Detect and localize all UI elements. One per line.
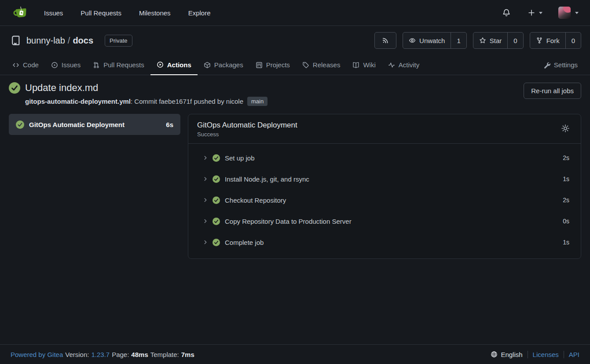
template-label: Template: <box>150 351 179 358</box>
repo-breadcrumb: bunny-lab/docs <box>26 36 93 46</box>
rss-button[interactable] <box>374 32 396 49</box>
tab-settings[interactable]: Settings <box>537 55 584 75</box>
page-label: Page: <box>112 351 129 358</box>
tab-settings-label: Settings <box>554 61 578 69</box>
version-label: Version: <box>65 351 89 358</box>
run-subtitle: gitops-automatic-deployment.yml: Commit … <box>25 97 581 106</box>
nav-item-milestones[interactable]: Milestones <box>139 9 171 17</box>
user-menu-dropdown[interactable] <box>558 7 579 19</box>
main-nav: Issues Pull Requests Milestones Explore <box>44 9 210 17</box>
tab-actions-label: Actions <box>167 61 191 69</box>
api-link[interactable]: API <box>569 351 579 358</box>
navbar-right <box>500 7 579 19</box>
fork-button[interactable]: Fork <box>530 33 565 48</box>
step-success-check-icon <box>213 239 220 246</box>
repo-tabs: Code Issues Pull Requests Actions Packag… <box>0 55 590 75</box>
watch-group: Unwatch 1 <box>403 32 467 49</box>
rss-icon <box>375 33 396 48</box>
repo-owner-link[interactable]: bunny-lab <box>26 36 65 45</box>
tab-issues-label: Issues <box>62 61 81 69</box>
book-icon <box>352 62 359 69</box>
job-sidebar: GitOps Automatic Deployment 6s <box>9 114 180 135</box>
top-navbar: Issues Pull Requests Milestones Explore <box>0 0 590 26</box>
watchers-count[interactable]: 1 <box>451 33 466 48</box>
chevron-right-icon[interactable] <box>202 239 209 245</box>
tab-projects-label: Projects <box>266 61 290 69</box>
step-row-checkout[interactable]: Checkout Repository 2s <box>188 189 581 211</box>
tab-projects[interactable]: Projects <box>249 55 296 75</box>
job-panel-title: GitOps Automatic Deployment <box>197 121 572 130</box>
step-row-install[interactable]: Install Node.js, git, and rsync 1s <box>188 168 581 189</box>
project-icon <box>256 62 263 69</box>
rerun-all-jobs-button[interactable]: Re-run all jobs <box>524 83 581 99</box>
step-duration: 1s <box>563 175 569 182</box>
nav-item-explore[interactable]: Explore <box>188 9 211 17</box>
star-group: Star 0 <box>473 32 524 49</box>
step-row-complete[interactable]: Complete job 1s <box>188 232 581 253</box>
run-title: Update index.md <box>25 82 98 94</box>
step-duration: 0s <box>563 218 569 225</box>
eye-icon <box>409 37 416 44</box>
create-new-dropdown[interactable] <box>528 9 542 17</box>
fork-icon <box>536 37 543 44</box>
step-row-copy[interactable]: Copy Repository Data to Production Serve… <box>188 211 581 232</box>
gear-icon[interactable] <box>561 124 570 133</box>
unwatch-button[interactable]: Unwatch <box>403 33 451 48</box>
repo-header: bunny-lab/docs Private Unwatch 1 <box>0 26 590 55</box>
code-icon <box>12 62 19 69</box>
language-menu[interactable]: English <box>491 351 522 358</box>
tab-activity-label: Activity <box>399 61 420 69</box>
fork-label: Fork <box>546 37 560 44</box>
powered-by-gitea-link[interactable]: Powered by Gitea <box>11 351 63 358</box>
tab-pull-requests-label: Pull Requests <box>103 61 144 69</box>
star-button[interactable]: Star <box>473 33 508 48</box>
nav-item-issues[interactable]: Issues <box>44 9 63 17</box>
step-name: Set up job <box>225 154 255 162</box>
chevron-right-icon[interactable] <box>202 197 209 203</box>
globe-icon <box>491 351 498 358</box>
tab-activity[interactable]: Activity <box>382 55 426 75</box>
star-label: Star <box>490 37 502 44</box>
fork-group: Fork 0 <box>530 32 581 49</box>
licenses-link[interactable]: Licenses <box>533 351 559 358</box>
private-badge: Private <box>105 35 132 47</box>
pulse-icon <box>388 62 395 69</box>
step-name: Install Node.js, git, and rsync <box>225 175 309 183</box>
notifications-bell-icon[interactable] <box>500 7 513 19</box>
tab-packages-label: Packages <box>214 61 243 69</box>
chevron-right-icon[interactable] <box>202 218 209 224</box>
chevron-down-icon <box>539 12 542 14</box>
tab-code[interactable]: Code <box>6 55 45 75</box>
tab-issues[interactable]: Issues <box>45 55 87 75</box>
repo-name-link[interactable]: docs <box>73 36 93 45</box>
step-row-setup[interactable]: Set up job 2s <box>188 147 581 168</box>
tools-icon <box>543 62 550 69</box>
avatar <box>558 7 571 19</box>
step-success-check-icon <box>213 197 220 204</box>
version-link[interactable]: 1.23.7 <box>91 351 110 358</box>
tab-wiki[interactable]: Wiki <box>346 55 381 75</box>
job-name: GitOps Automatic Deployment <box>29 121 125 128</box>
tab-packages[interactable]: Packages <box>198 55 249 75</box>
chevron-right-icon[interactable] <box>202 176 209 182</box>
branch-badge[interactable]: main <box>247 97 268 106</box>
tab-code-label: Code <box>23 61 39 69</box>
gitea-logo-icon[interactable] <box>12 4 30 22</box>
job-status-text: Success <box>197 131 572 138</box>
footer: Powered by Gitea Version: 1.23.7 Page: 4… <box>0 344 590 364</box>
chevron-right-icon[interactable] <box>202 155 209 161</box>
job-success-check-icon <box>16 120 24 129</box>
breadcrumb-separator: / <box>68 36 70 45</box>
workflow-file-link[interactable]: gitops-automatic-deployment.yml <box>25 98 131 105</box>
nav-item-pull-requests[interactable]: Pull Requests <box>81 9 121 17</box>
forks-count[interactable]: 0 <box>565 33 581 48</box>
step-duration: 1s <box>563 239 569 246</box>
tab-releases[interactable]: Releases <box>296 55 347 75</box>
page-time: 48ms <box>131 351 148 358</box>
tab-pull-requests[interactable]: Pull Requests <box>87 55 150 75</box>
template-time: 7ms <box>181 351 194 358</box>
job-list-item-selected[interactable]: GitOps Automatic Deployment 6s <box>9 114 180 135</box>
tab-actions[interactable]: Actions <box>150 55 198 75</box>
star-icon <box>479 37 486 44</box>
stars-count[interactable]: 0 <box>507 33 523 48</box>
